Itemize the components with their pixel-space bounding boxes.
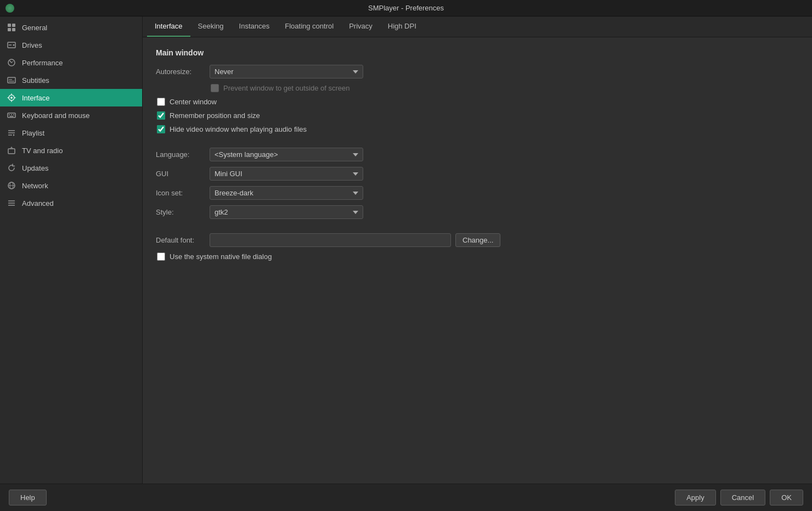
prevent-window-label: Prevent window to get outside of screen	[223, 84, 350, 92]
window-title: SMPlayer - Preferences	[368, 4, 444, 12]
sidebar-item-advanced[interactable]: Advanced	[0, 194, 142, 212]
tab-seeking[interactable]: Seeking	[190, 16, 232, 37]
icon-set-select[interactable]: Breeze-darkBreezeOxygenDefault	[210, 186, 363, 200]
svg-marker-21	[13, 134, 15, 136]
prevent-window-row: Prevent window to get outside of screen	[156, 84, 799, 92]
hide-video-checkbox[interactable]	[157, 125, 165, 133]
default-font-input[interactable]	[210, 233, 451, 247]
native-dialog-label: Use the system native file dialog	[170, 252, 272, 261]
sidebar-label-general: General	[22, 24, 47, 32]
grid-icon	[7, 23, 16, 32]
center-window-row: Center window	[156, 98, 799, 106]
sidebar-label-advanced: Advanced	[22, 199, 54, 207]
language-row: Language: <System language>EnglishSpanis…	[156, 148, 799, 161]
main-layout: GeneralDrivesPerformanceSubtitlesInterfa…	[0, 16, 812, 484]
sidebar-item-performance[interactable]: Performance	[0, 54, 142, 71]
center-window-label: Center window	[170, 98, 217, 106]
sidebar-label-interface: Interface	[22, 94, 50, 102]
sidebar-label-network: Network	[22, 182, 48, 190]
playlist-icon	[7, 128, 16, 138]
style-row: Style: gtk2FusionWindowsPlastique	[156, 205, 799, 219]
gui-select[interactable]: Mini GUIDefault GUIMpc GUI	[210, 167, 363, 181]
bottom-bar: Help Apply Cancel OK	[0, 484, 812, 511]
svg-point-5	[13, 44, 15, 46]
apply-button[interactable]: Apply	[675, 490, 716, 506]
remember-position-label: Remember position and size	[170, 111, 260, 120]
icon-set-row: Icon set: Breeze-darkBreezeOxygenDefault	[156, 186, 799, 200]
settings-panel: Main window Autoresize: NeverAlways50%10…	[143, 37, 812, 484]
svg-rect-22	[8, 149, 15, 154]
change-font-button[interactable]: Change...	[455, 233, 500, 247]
sidebar-item-keyboard[interactable]: Keyboard and mouse	[0, 106, 142, 124]
advanced-icon	[7, 198, 16, 208]
interface-icon	[7, 93, 16, 103]
autoresize-label: Autoresize:	[156, 68, 205, 76]
center-window-checkbox[interactable]	[157, 98, 165, 106]
sidebar-item-drives[interactable]: Drives	[0, 36, 142, 54]
svg-point-12	[10, 97, 13, 99]
sidebar: GeneralDrivesPerformanceSubtitlesInterfa…	[0, 16, 143, 484]
updates-icon	[7, 163, 16, 173]
remember-position-checkbox[interactable]	[157, 111, 165, 120]
tab-interface[interactable]: Interface	[147, 16, 190, 37]
sidebar-item-interface[interactable]: Interface	[0, 89, 142, 106]
native-dialog-row: Use the system native file dialog	[156, 252, 799, 261]
sidebar-item-general[interactable]: General	[0, 19, 142, 36]
prevent-window-checkbox[interactable]	[211, 84, 219, 92]
sidebar-label-tv-radio: TV and radio	[22, 147, 63, 155]
language-select[interactable]: <System language>EnglishSpanishFrenchGer…	[210, 148, 363, 161]
tabs-bar: InterfaceSeekingInstancesFloating contro…	[143, 16, 812, 37]
ok-button[interactable]: OK	[770, 490, 803, 506]
help-button[interactable]: Help	[9, 490, 47, 506]
section-title: Main window	[156, 48, 799, 57]
bottom-right: Apply Cancel OK	[675, 490, 803, 506]
autoresize-select[interactable]: NeverAlways50%100%150%200%	[210, 65, 363, 78]
network-icon	[7, 181, 16, 190]
bottom-left: Help	[9, 490, 47, 506]
gui-row: GUI Mini GUIDefault GUIMpc GUI	[156, 167, 799, 181]
svg-rect-0	[8, 24, 11, 27]
performance-icon	[7, 58, 16, 68]
tv-icon	[7, 145, 16, 155]
autoresize-row: Autoresize: NeverAlways50%100%150%200%	[156, 65, 799, 78]
icon-set-label: Icon set:	[156, 189, 205, 197]
language-label: Language:	[156, 150, 205, 159]
sidebar-label-updates: Updates	[22, 164, 48, 172]
font-row: Default font: Change...	[156, 233, 799, 247]
hide-video-row: Hide video window when playing audio fil…	[156, 125, 799, 133]
hide-video-label: Hide video window when playing audio fil…	[170, 125, 307, 133]
sidebar-label-performance: Performance	[22, 59, 63, 67]
cancel-button[interactable]: Cancel	[720, 490, 765, 506]
subtitles-icon	[7, 75, 16, 85]
native-dialog-checkbox[interactable]	[157, 252, 165, 261]
sidebar-item-updates[interactable]: Updates	[0, 159, 142, 177]
sidebar-item-tv-radio[interactable]: TV and radio	[0, 142, 142, 159]
separator-2	[156, 224, 799, 233]
svg-rect-2	[8, 28, 11, 31]
separator-1	[156, 139, 799, 148]
sidebar-label-keyboard: Keyboard and mouse	[22, 111, 90, 120]
style-select[interactable]: gtk2FusionWindowsPlastique	[210, 205, 363, 219]
svg-rect-1	[12, 24, 15, 27]
sidebar-item-network[interactable]: Network	[0, 177, 142, 194]
sidebar-label-subtitles: Subtitles	[22, 76, 49, 85]
sidebar-label-playlist: Playlist	[22, 129, 44, 137]
tab-instances[interactable]: Instances	[232, 16, 278, 37]
titlebar: SMPlayer - Preferences	[0, 0, 812, 16]
drive-icon	[7, 40, 16, 50]
svg-rect-8	[8, 77, 15, 83]
style-label: Style:	[156, 208, 205, 216]
keyboard-icon	[7, 110, 16, 120]
tab-privacy[interactable]: Privacy	[341, 16, 380, 37]
gui-label: GUI	[156, 170, 205, 178]
sidebar-label-drives: Drives	[22, 41, 42, 49]
sidebar-item-playlist[interactable]: Playlist	[0, 124, 142, 142]
app-icon	[5, 4, 14, 13]
default-font-label: Default font:	[156, 236, 205, 244]
svg-rect-3	[12, 28, 15, 31]
content-area: InterfaceSeekingInstancesFloating contro…	[143, 16, 812, 484]
tab-floating[interactable]: Floating control	[277, 16, 341, 37]
sidebar-item-subtitles[interactable]: Subtitles	[0, 71, 142, 89]
remember-position-row: Remember position and size	[156, 111, 799, 120]
tab-highdpi[interactable]: High DPI	[380, 16, 424, 37]
